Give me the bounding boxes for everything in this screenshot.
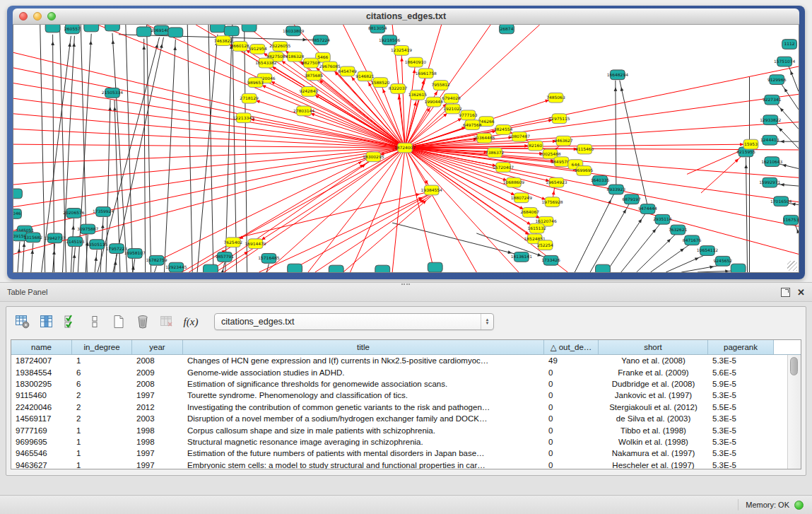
network-node[interactable]: 26874 [500, 25, 514, 34]
network-node[interactable]: 15751074 [774, 57, 795, 66]
table-settings-button[interactable] [12, 311, 33, 332]
network-node[interactable] [84, 25, 99, 32]
network-node[interactable]: 16958107 [124, 249, 146, 259]
network-node[interactable]: 7485063 [546, 93, 565, 103]
network-node[interactable]: 8933923 [607, 185, 626, 194]
new-table-button[interactable] [108, 311, 129, 332]
network-node[interactable] [375, 265, 390, 272]
network-node[interactable]: 19384554 [421, 185, 442, 195]
column-header-title[interactable]: title [183, 340, 544, 354]
network-node[interactable]: 7625402 [224, 238, 243, 247]
table-row[interactable]: 946362711997Embryonic stem cells: a mode… [11, 460, 787, 469]
table-row[interactable]: 946554611997Estimation of the future num… [11, 448, 787, 459]
network-node[interactable]: 9242843 [300, 87, 319, 97]
network-node[interactable]: 3875685 [305, 71, 324, 81]
window-resize-grip[interactable] [787, 261, 797, 271]
network-node[interactable] [329, 265, 343, 272]
network-node[interactable]: 9699695 [575, 166, 594, 176]
network-node[interactable]: 12975115 [548, 114, 570, 124]
column-header-name[interactable]: name [11, 340, 72, 354]
network-node[interactable]: 9129966 [767, 75, 787, 85]
network-node[interactable]: 8322037 [389, 84, 408, 94]
network-node[interactable]: 17359924 [93, 207, 114, 217]
network-node[interactable] [242, 25, 257, 32]
network-node[interactable]: 6879197 [622, 194, 641, 204]
function-builder-button[interactable]: f(x) [180, 311, 201, 332]
network-node[interactable]: 15720407 [493, 163, 514, 173]
network-node[interactable]: 27803144 [293, 106, 314, 116]
network-node[interactable]: 1362615 [408, 90, 428, 100]
network-node[interactable]: 7632621 [669, 225, 688, 235]
table-row[interactable]: 1872400712008Changes of HCN gene express… [11, 355, 787, 366]
network-node[interactable]: 2935114 [653, 214, 672, 224]
network-node[interactable]: 1112 [782, 40, 797, 49]
network-node[interactable]: 2684067 [521, 208, 540, 218]
network-node[interactable]: 12325419 [391, 45, 412, 55]
network-node[interactable]: 260557 [64, 25, 81, 34]
network-node[interactable]: 5912954 [248, 45, 267, 54]
network-node[interactable] [210, 25, 225, 33]
rows-button[interactable] [84, 311, 105, 332]
network-node[interactable]: 252254 [537, 240, 553, 250]
table-row[interactable]: 969969511998Structural magnetic resonanc… [11, 436, 787, 448]
network-node[interactable] [428, 262, 442, 272]
column-header-out_de[interactable]: △ out_de… [544, 340, 599, 354]
select-rows-button[interactable] [60, 311, 81, 332]
table-row[interactable]: 911546021997Tourette syndrome. Phenomeno… [11, 390, 787, 401]
network-node[interactable]: 18640910 [405, 57, 426, 67]
network-node[interactable]: 1921022 [443, 104, 462, 114]
network-node[interactable] [288, 264, 302, 272]
network-node[interactable]: 17016504 [770, 197, 792, 206]
network-node[interactable]: 10654112 [697, 246, 718, 256]
network-node[interactable]: 1990448 [424, 97, 443, 107]
network-node[interactable]: 116753 [783, 215, 799, 225]
close-panel-icon[interactable]: ✕ [797, 288, 805, 297]
network-node[interactable]: 82160 [528, 141, 543, 151]
network-node[interactable] [168, 28, 183, 37]
network-node[interactable]: 1315682 [24, 233, 43, 243]
network-node[interactable]: 9777163 [459, 110, 478, 120]
select-column-button[interactable] [36, 311, 57, 332]
network-node[interactable]: 9463627 [554, 136, 573, 146]
network-node[interactable]: 7386372 [486, 148, 505, 158]
network-node[interactable] [731, 264, 746, 272]
window-titlebar[interactable]: citations_edges.txt [13, 8, 799, 25]
network-node[interactable]: 1615132 [527, 223, 546, 233]
network-node[interactable]: 7463822 [214, 36, 233, 46]
network-node[interactable]: 7955812 [431, 81, 450, 90]
network-node[interactable]: 19756928 [541, 197, 563, 207]
network-node[interactable]: 13942737 [44, 233, 65, 243]
column-header-pagerank[interactable]: pagerank [708, 340, 774, 354]
column-header-year[interactable]: year [132, 340, 183, 354]
network-node[interactable]: 16648294 [607, 70, 628, 80]
network-node[interactable]: 9857791 [216, 252, 235, 262]
network-node[interactable]: 8660128 [230, 42, 249, 52]
network-node[interactable]: 3824554 [494, 125, 513, 135]
network-node[interactable]: 16961758 [416, 69, 437, 78]
network-node[interactable]: 9115460 [575, 144, 594, 154]
minimize-window-button[interactable] [33, 12, 42, 21]
network-node[interactable] [204, 264, 218, 272]
network-node[interactable]: 15716485 [258, 253, 279, 263]
network-node[interactable]: 9474444 [638, 204, 657, 214]
network-node[interactable]: 15992971 [759, 177, 780, 187]
network-node[interactable]: 1588520 [371, 78, 390, 88]
panel-divider-grip[interactable] [401, 284, 410, 288]
network-node[interactable]: 9827508 [302, 58, 321, 68]
network-node[interactable] [136, 27, 151, 37]
network-node[interactable]: 19046 [13, 209, 21, 219]
network-node[interactable] [105, 25, 120, 31]
network-node[interactable]: 6794028 [442, 93, 461, 103]
table-row[interactable]: 2242004622012Investigating the contribut… [11, 402, 787, 413]
table-vertical-scrollbar[interactable] [787, 355, 801, 469]
network-node[interactable]: 23226055 [269, 42, 290, 52]
close-window-button[interactable] [19, 12, 28, 21]
network-node[interactable]: 1640335 [591, 175, 610, 185]
float-panel-icon[interactable] [781, 288, 790, 297]
network-node[interactable]: 9245652 [714, 256, 733, 266]
network-node[interactable]: 16033809 [283, 26, 304, 36]
network-node[interactable]: 16210643 [761, 157, 782, 167]
network-node[interactable]: 13505115 [86, 240, 107, 250]
network-node[interactable]: 12213343 [233, 113, 254, 123]
network-node[interactable]: 8471676 [683, 235, 702, 245]
